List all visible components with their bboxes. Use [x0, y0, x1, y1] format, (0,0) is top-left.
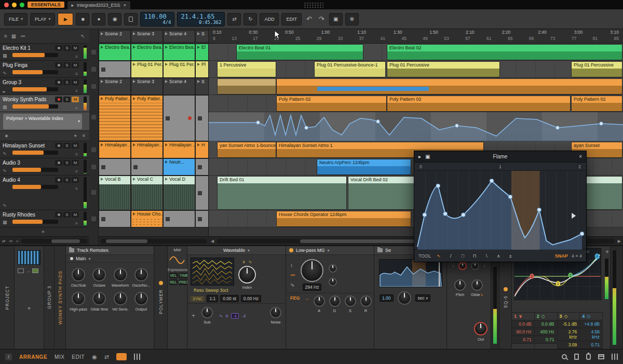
expression-rel[interactable]: REL [169, 279, 178, 285]
empty-clip-slot[interactable] [195, 176, 209, 210]
tab-edit[interactable]: EDIT [72, 354, 85, 360]
track-solo-button[interactable]: S [63, 62, 71, 68]
snap-label[interactable]: SNAP [555, 253, 568, 259]
empty-clip-slot[interactable] [195, 158, 209, 176]
window-dock-icon[interactable]: ▣ [425, 154, 430, 159]
stop-clips-button[interactable] [91, 115, 96, 119]
loop-button[interactable]: ↻ [243, 13, 257, 25]
resonance-knob[interactable] [329, 264, 337, 273]
osc-hz-value[interactable]: 0.00 Hz [241, 295, 261, 302]
arranger-clip[interactable]: Poly Pattern 02 [387, 96, 571, 112]
wavetable-display[interactable] [191, 258, 234, 286]
track-row-himalayan-sunset[interactable]: Himalayan Sunset ∿ SM ≡ [0, 141, 89, 158]
wave-icon[interactable]: ∿ [290, 282, 295, 288]
empty-clip-slot[interactable] [131, 158, 163, 176]
index-knob[interactable] [238, 266, 256, 284]
clip-slot[interactable]: El [195, 44, 209, 61]
clip-slot[interactable]: Electro Bea... [163, 44, 195, 61]
empty-clip-slot[interactable] [99, 61, 131, 78]
follow-playhead-icon[interactable]: ◉ [92, 354, 97, 360]
launcher-scrollbar[interactable] [99, 236, 209, 245]
tab-arrange[interactable]: ARRANGE [19, 354, 47, 360]
flame-automation-window[interactable]: ▸ ▣ Flame × 012 TOOL ↖ / □ [414, 151, 587, 262]
add-oscillator-button[interactable]: + [192, 312, 195, 319]
track-solo-button[interactable]: S [63, 212, 71, 218]
scrollbar-track[interactable] [101, 239, 207, 244]
project-panel-tab[interactable]: PROJECT [0, 246, 15, 349]
close-tab-icon[interactable]: × [124, 3, 126, 8]
packages-icon[interactable] [598, 354, 604, 359]
add-button[interactable]: + [15, 305, 44, 312]
noise-knob[interactable] [270, 307, 281, 318]
monitor-button[interactable] [124, 13, 138, 25]
empty-clip-slot[interactable] [195, 210, 209, 227]
clip-slot[interactable]: Himalayan ... [99, 141, 131, 158]
project-tab[interactable]: ▸ Integrated2023_ESS × [67, 1, 130, 9]
tempo-display[interactable]: 110.00 4/4 [140, 12, 174, 26]
clip-slot[interactable]: Himalayan ... [131, 141, 163, 158]
copy-button[interactable]: ▣ [329, 13, 343, 25]
add-track-button[interactable]: + [0, 227, 89, 236]
track-menu-icon[interactable]: ≡ [75, 169, 78, 174]
track-filter-icon[interactable]: ≡ [4, 33, 7, 39]
track-mute-button[interactable]: M [72, 62, 79, 68]
band-q[interactable]: 0.71 [512, 336, 534, 344]
empty-clip-slot[interactable] [99, 210, 131, 227]
redo-button[interactable]: ↷ [317, 14, 327, 24]
track-solo-button[interactable]: S [63, 97, 71, 102]
studio-io-icon[interactable] [612, 354, 618, 360]
selected-track-tab[interactable]: WONKY SYNTH PADS [55, 246, 66, 349]
group-summary-clip[interactable] [276, 78, 622, 95]
time-knob[interactable] [398, 291, 411, 305]
track-menu-icon[interactable]: ≡ [75, 186, 78, 191]
remove-remote-icon[interactable]: × [82, 133, 85, 139]
time-value[interactable]: 1.00 [380, 294, 394, 302]
punch-button[interactable]: ⇄ [227, 13, 241, 25]
eq-band-3[interactable]: 3◇ -5.1 dB 2.76 kHz 3.09 [558, 313, 580, 349]
remotes-page-selector[interactable]: Main ▾ [66, 255, 154, 263]
zoom-window-button[interactable] [20, 3, 24, 7]
remote-knob[interactable] [92, 268, 106, 281]
signal-flow-diagram[interactable]: → [18, 268, 40, 274]
close-window-icon[interactable]: × [579, 154, 582, 159]
empty-clip-slot[interactable] [163, 210, 195, 227]
track-row-wonky-synth-pads[interactable]: Wonky Synth Pads ▦ SM ≡ [0, 95, 89, 112]
arranger-clip[interactable]: Plug 01 Percussive [571, 61, 622, 77]
band-q[interactable]: 0.71 [580, 341, 602, 349]
scene-header[interactable]: Scene 4 [163, 30, 195, 43]
pencil-tool-icon[interactable]: / [446, 253, 455, 259]
sustain-knob[interactable] [345, 295, 356, 307]
track-volume-fader[interactable] [12, 151, 58, 155]
polymer-device-tab[interactable]: POLYMER [154, 246, 168, 349]
group-scene-slot[interactable]: S [195, 78, 209, 95]
expression-vel[interactable]: VEL [169, 273, 178, 278]
fx-send-knob[interactable] [458, 262, 467, 270]
track-menu-icon[interactable]: ≡ [75, 106, 78, 111]
track-arm-button[interactable] [55, 143, 62, 149]
remote-knob[interactable] [114, 292, 127, 305]
stop-button[interactable]: ■ [76, 13, 89, 25]
track-mute-button[interactable]: M [72, 97, 79, 102]
sub-knob[interactable] [201, 307, 213, 318]
record-button[interactable]: ● [92, 13, 105, 25]
track-menu-icon[interactable]: ≡ [75, 221, 78, 226]
stop-clips-button[interactable] [91, 165, 96, 169]
remote-knob[interactable] [134, 268, 148, 281]
play-menu-button[interactable]: PLAY▾ [30, 13, 55, 25]
file-menu-button[interactable]: FILE▾ [4, 13, 28, 25]
track-menu-icon[interactable]: ≡ [75, 72, 78, 76]
eq-band-4[interactable]: 4◇ +4.8 dB 4.56 kHz 0.71 [580, 313, 603, 349]
track-mute-button[interactable]: M [72, 160, 79, 166]
sub-octave-selector[interactable]: ∿ 0 -1 -2 [219, 313, 247, 319]
arranger-clip[interactable]: 1 Percussive [217, 61, 276, 77]
pointer-tool-icon[interactable]: ↖ [81, 33, 85, 39]
track-menu-icon[interactable]: ≡ [75, 152, 78, 157]
track-solo-button[interactable]: S [63, 143, 71, 149]
arranger-clip[interactable]: House Chords Operator 124bpm [276, 211, 411, 227]
remote-star-icon[interactable]: ∗ [4, 133, 8, 139]
track-arm-button[interactable] [55, 97, 62, 102]
filter-type[interactable]: Low-pass MG [296, 248, 325, 253]
clip-slot[interactable]: Himalayan ... [163, 141, 195, 158]
scene-header[interactable]: Scene 3 [131, 30, 163, 43]
stop-clips-button[interactable] [91, 190, 96, 195]
